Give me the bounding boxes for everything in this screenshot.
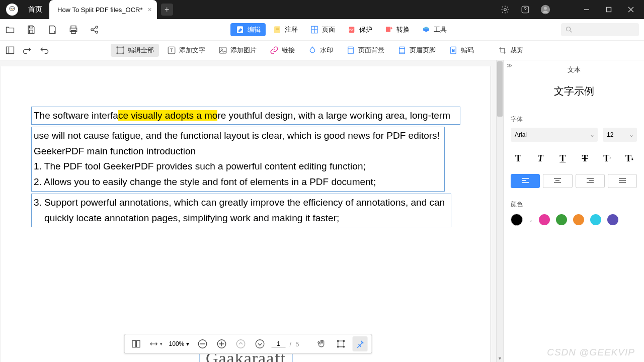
svg-point-63 <box>343 346 345 348</box>
share-icon[interactable] <box>90 25 100 35</box>
maximize-button[interactable] <box>598 0 620 19</box>
tool-watermark[interactable]: 水印 <box>303 44 338 57</box>
open-icon[interactable] <box>5 25 15 35</box>
svg-point-0 <box>10 7 15 11</box>
strikethrough-button[interactable]: T <box>578 151 593 166</box>
bottom-toolbar: ▾ 100% ▾ / 5 <box>124 334 372 354</box>
svg-rect-33 <box>7 47 14 53</box>
svg-line-20 <box>93 30 96 32</box>
panel-toggle-icon[interactable] <box>5 45 15 55</box>
page-input[interactable] <box>272 340 286 348</box>
tool-header-footer-label: 页眉页脚 <box>410 46 436 55</box>
svg-point-58 <box>256 340 264 348</box>
scroll-thumb[interactable] <box>497 61 503 117</box>
avatar-icon[interactable] <box>535 0 555 19</box>
vertical-scrollbar[interactable]: ▼ <box>496 60 503 362</box>
align-left-button[interactable] <box>511 174 540 188</box>
pin-tool-icon[interactable] <box>352 336 367 351</box>
tab-page[interactable]: 页面 <box>305 23 340 36</box>
page-up-icon[interactable] <box>233 336 249 351</box>
zoom-in-icon[interactable] <box>214 336 229 351</box>
tab-edit[interactable]: 编辑 <box>230 23 266 36</box>
side-panel: ≫ 文本 文字示例 字体 Arial 12 T T T T T¹ T₁ 颜色 ⌄ <box>503 60 644 362</box>
tool-crop[interactable]: 裁剪 <box>493 44 528 57</box>
close-button[interactable] <box>620 0 642 19</box>
zoom-level[interactable]: 100% ▾ <box>167 340 191 347</box>
search-input[interactable] <box>561 23 639 36</box>
font-size-select[interactable]: 12 <box>603 128 637 142</box>
save-as-icon[interactable] <box>47 25 57 35</box>
color-swatch-black[interactable] <box>511 214 523 226</box>
align-right-button[interactable] <box>576 174 605 188</box>
font-family-select[interactable]: Arial <box>511 128 598 142</box>
document-tab[interactable]: How To Split PDF files_OCR* × <box>49 0 157 19</box>
tool-numbering[interactable]: N编码 <box>444 44 479 57</box>
color-swatch-purple[interactable] <box>607 214 618 225</box>
color-section-label: 颜色 <box>511 200 637 209</box>
tab-annotate[interactable]: 注释 <box>268 23 303 36</box>
subscript-button[interactable]: T₁ <box>622 151 637 166</box>
tool-page-bg[interactable]: 页面背景 <box>341 44 389 57</box>
svg-point-39 <box>123 53 124 54</box>
tab-protect[interactable]: PDF保护 <box>342 23 377 36</box>
svg-point-37 <box>123 47 124 48</box>
tool-add-image[interactable]: 添加图片 <box>213 44 262 57</box>
text-block-3[interactable]: 3. Support powerful annotations, which c… <box>31 194 451 228</box>
close-tab-icon[interactable]: × <box>148 6 152 14</box>
home-tab[interactable]: 首页 <box>22 0 48 19</box>
color-swatch-green[interactable] <box>556 214 567 225</box>
svg-rect-50 <box>132 340 136 347</box>
settings-icon[interactable] <box>495 0 515 19</box>
new-tab-button[interactable]: + <box>161 4 173 16</box>
color-swatch-pink[interactable] <box>539 214 550 225</box>
undo-icon[interactable] <box>39 45 49 55</box>
minimize-button[interactable] <box>576 0 598 19</box>
tool-edit-all[interactable]: 编辑全部 <box>111 44 159 57</box>
save-icon[interactable] <box>26 25 36 35</box>
tab-tools[interactable]: 工具 <box>417 23 452 36</box>
svg-rect-43 <box>348 47 354 54</box>
svg-point-60 <box>337 340 339 342</box>
tool-add-image-label: 添加图片 <box>230 46 257 55</box>
zoom-out-icon[interactable] <box>195 336 210 351</box>
tool-add-text[interactable]: 添加文字 <box>162 44 210 57</box>
page-down-icon[interactable] <box>253 336 268 351</box>
text-block-2[interactable]: use will not cause fatigue, and the func… <box>31 127 445 192</box>
text-sample: 文字示例 <box>511 79 637 110</box>
svg-point-31 <box>567 27 571 31</box>
align-justify-button[interactable] <box>608 174 637 188</box>
align-center-button[interactable] <box>543 174 572 188</box>
text-block-1[interactable]: The software interface visually adopts a… <box>31 107 460 125</box>
tool-watermark-label: 水印 <box>320 46 333 55</box>
tab-convert[interactable]: 转换 <box>379 23 415 36</box>
svg-rect-35 <box>117 47 123 53</box>
superscript-button[interactable]: T¹ <box>600 151 615 166</box>
tool-link[interactable]: 链接 <box>265 44 300 57</box>
fit-width-icon[interactable]: ▾ <box>148 336 163 351</box>
color-dropdown-icon[interactable]: ⌄ <box>529 217 533 223</box>
print-icon[interactable] <box>68 25 78 35</box>
hand-tool-icon[interactable] <box>314 336 329 351</box>
svg-point-62 <box>337 346 339 348</box>
svg-rect-51 <box>136 340 140 347</box>
scroll-down-icon[interactable]: ▼ <box>497 355 503 362</box>
italic-button[interactable]: T <box>533 151 548 166</box>
titlebar: 首页 How To Split PDF files_OCR* × + <box>0 0 644 19</box>
main-toolbar: 编辑 注释 页面 PDF保护 转换 工具 <box>0 19 644 40</box>
highlighted-text: ce visually adopts a mo <box>118 110 218 121</box>
svg-rect-15 <box>71 31 75 34</box>
underline-button[interactable]: T <box>555 151 570 166</box>
pdf-page[interactable]: The software interface visually adopts a… <box>1 66 491 362</box>
view-mode-icon[interactable] <box>129 336 144 351</box>
select-tool-icon[interactable] <box>333 336 348 351</box>
help-icon[interactable] <box>515 0 535 19</box>
color-swatch-orange[interactable] <box>573 214 584 225</box>
tab-protect-label: 保护 <box>359 25 372 34</box>
redo-icon[interactable] <box>22 45 32 55</box>
bold-button[interactable]: T <box>511 151 526 166</box>
side-panel-tab[interactable]: 文本 <box>511 63 637 79</box>
expand-panel-icon[interactable]: ≫ <box>507 62 513 69</box>
tool-header-footer[interactable]: 页眉页脚 <box>392 44 441 57</box>
svg-point-36 <box>117 47 118 48</box>
color-swatch-cyan[interactable] <box>590 214 601 225</box>
